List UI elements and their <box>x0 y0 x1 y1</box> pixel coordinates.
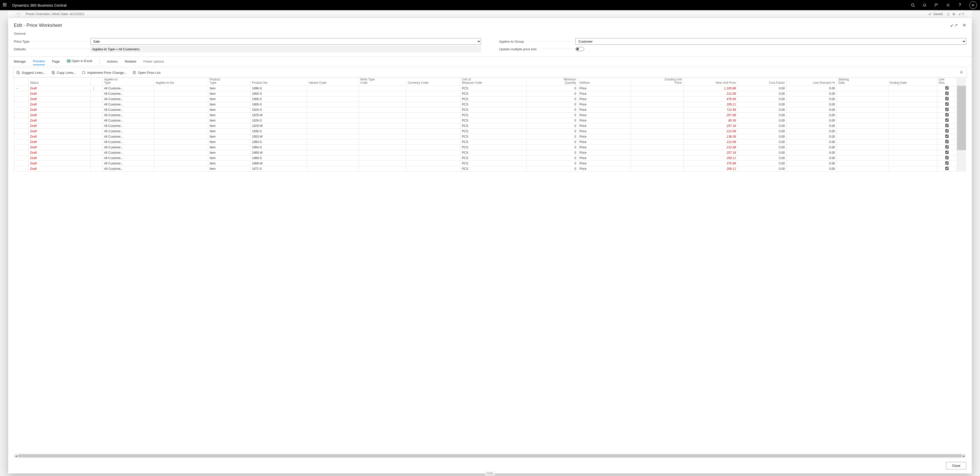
popout-icon[interactable]: ⧉ <box>953 12 955 16</box>
svg-point-0 <box>912 3 914 6</box>
detach-icon[interactable]: ▯ <box>947 12 949 16</box>
gear-icon[interactable] <box>946 3 950 7</box>
user-avatar[interactable]: IK <box>969 1 977 9</box>
app-topbar: Dynamics 365 Business Central ? IK <box>0 0 980 10</box>
help-icon[interactable]: ? <box>958 3 962 7</box>
back-icon[interactable]: ← <box>16 11 21 17</box>
app-title: Dynamics 365 Business Central <box>12 3 67 7</box>
bell-icon[interactable] <box>922 3 927 7</box>
breadcrumb: Prices Overview | Work Date: 4/12/2021 <box>25 12 84 16</box>
svg-point-4 <box>948 5 948 6</box>
saved-indicator: Saved <box>928 12 943 16</box>
svg-line-1 <box>914 6 915 7</box>
background-page-header: ← Prices Overview | Work Date: 4/12/2021… <box>8 10 972 18</box>
search-icon[interactable] <box>911 3 915 7</box>
flag-icon[interactable] <box>934 3 939 7</box>
collapse-icon[interactable]: ↙↗ <box>959 12 964 16</box>
app-launcher-icon[interactable] <box>3 3 7 7</box>
